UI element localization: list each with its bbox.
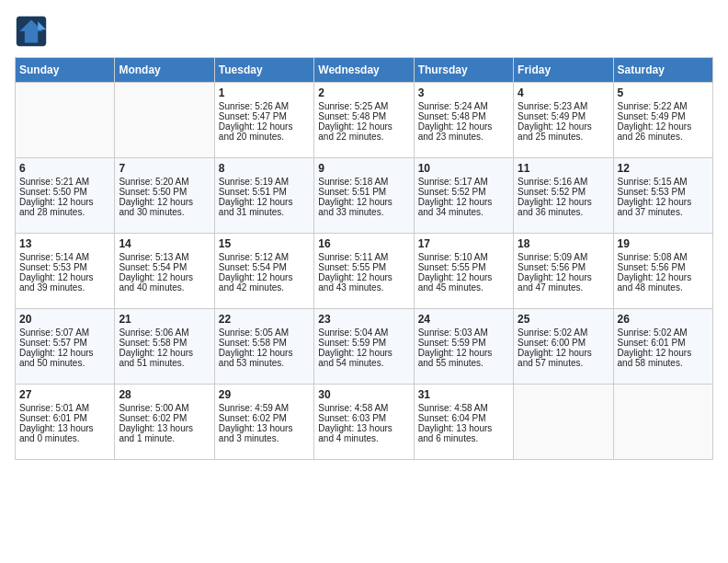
day-number: 13 bbox=[19, 237, 110, 250]
column-header-sunday: Sunday bbox=[16, 58, 115, 83]
cell-info: Sunset: 5:50 PM bbox=[119, 187, 210, 197]
cell-info: Daylight: 12 hours and 30 minutes. bbox=[119, 197, 210, 217]
cell-info: Sunrise: 5:10 AM bbox=[418, 252, 509, 262]
calendar-cell: 31Sunrise: 4:58 AMSunset: 6:04 PMDayligh… bbox=[414, 385, 513, 460]
day-number: 24 bbox=[418, 313, 509, 326]
cell-info: Daylight: 12 hours and 33 minutes. bbox=[318, 197, 409, 217]
cell-info: Daylight: 12 hours and 43 minutes. bbox=[318, 272, 409, 293]
cell-info: Sunset: 6:02 PM bbox=[219, 413, 310, 423]
calendar-cell: 1Sunrise: 5:26 AMSunset: 5:47 PMDaylight… bbox=[214, 83, 313, 158]
cell-info: Sunset: 5:56 PM bbox=[618, 262, 709, 272]
calendar-week-1: 1Sunrise: 5:26 AMSunset: 5:47 PMDaylight… bbox=[16, 83, 713, 158]
calendar-cell: 18Sunrise: 5:09 AMSunset: 5:56 PMDayligh… bbox=[514, 234, 613, 309]
cell-info: Sunrise: 5:00 AM bbox=[119, 403, 210, 413]
calendar-cell: 5Sunrise: 5:22 AMSunset: 5:49 PMDaylight… bbox=[613, 83, 712, 158]
calendar-cell: 11Sunrise: 5:16 AMSunset: 5:52 PMDayligh… bbox=[514, 158, 613, 234]
cell-info: Daylight: 12 hours and 57 minutes. bbox=[518, 348, 609, 368]
day-number: 11 bbox=[518, 162, 609, 175]
page-header bbox=[15, 15, 713, 48]
cell-info: Sunrise: 5:23 AM bbox=[518, 101, 609, 111]
calendar-cell: 12Sunrise: 5:15 AMSunset: 5:53 PMDayligh… bbox=[613, 158, 712, 234]
cell-info: Sunrise: 5:12 AM bbox=[219, 252, 310, 262]
cell-info: Sunrise: 4:59 AM bbox=[219, 403, 310, 413]
day-number: 14 bbox=[119, 237, 210, 250]
cell-info: Sunrise: 5:21 AM bbox=[19, 177, 110, 187]
day-number: 21 bbox=[119, 313, 210, 326]
calendar-week-3: 13Sunrise: 5:14 AMSunset: 5:53 PMDayligh… bbox=[16, 234, 713, 309]
calendar-week-4: 20Sunrise: 5:07 AMSunset: 5:57 PMDayligh… bbox=[16, 309, 713, 385]
cell-info: Sunset: 6:04 PM bbox=[418, 413, 509, 423]
cell-info: Daylight: 12 hours and 39 minutes. bbox=[19, 272, 110, 293]
cell-info: Sunrise: 5:15 AM bbox=[618, 177, 709, 187]
calendar-cell bbox=[514, 385, 613, 460]
cell-info: Sunset: 5:58 PM bbox=[119, 338, 210, 348]
calendar-cell: 3Sunrise: 5:24 AMSunset: 5:48 PMDaylight… bbox=[414, 83, 513, 158]
day-number: 8 bbox=[219, 162, 310, 175]
calendar-cell: 21Sunrise: 5:06 AMSunset: 5:58 PMDayligh… bbox=[115, 309, 214, 385]
day-number: 23 bbox=[318, 313, 409, 326]
column-header-saturday: Saturday bbox=[613, 58, 712, 83]
cell-info: Sunset: 5:51 PM bbox=[219, 187, 310, 197]
day-number: 19 bbox=[618, 237, 709, 250]
calendar-cell: 8Sunrise: 5:19 AMSunset: 5:51 PMDaylight… bbox=[214, 158, 313, 234]
calendar-cell: 16Sunrise: 5:11 AMSunset: 5:55 PMDayligh… bbox=[314, 234, 414, 309]
cell-info: Sunset: 5:56 PM bbox=[518, 262, 609, 272]
cell-info: Sunset: 5:48 PM bbox=[418, 111, 509, 121]
day-number: 1 bbox=[219, 86, 310, 99]
cell-info: Daylight: 12 hours and 55 minutes. bbox=[418, 348, 509, 368]
calendar-cell bbox=[613, 385, 712, 460]
calendar-cell: 28Sunrise: 5:00 AMSunset: 6:02 PMDayligh… bbox=[115, 385, 214, 460]
calendar-cell: 4Sunrise: 5:23 AMSunset: 5:49 PMDaylight… bbox=[514, 83, 613, 158]
cell-info: Sunrise: 5:11 AM bbox=[318, 252, 409, 262]
cell-info: Sunset: 5:53 PM bbox=[618, 187, 709, 197]
calendar-cell: 24Sunrise: 5:03 AMSunset: 5:59 PMDayligh… bbox=[414, 309, 513, 385]
day-number: 4 bbox=[518, 86, 609, 99]
day-number: 16 bbox=[318, 237, 409, 250]
cell-info: Sunrise: 5:02 AM bbox=[518, 327, 609, 338]
calendar-cell: 26Sunrise: 5:02 AMSunset: 6:01 PMDayligh… bbox=[613, 309, 712, 385]
cell-info: Sunrise: 5:13 AM bbox=[119, 252, 210, 262]
cell-info: Daylight: 13 hours and 6 minutes. bbox=[418, 423, 509, 443]
calendar-cell: 23Sunrise: 5:04 AMSunset: 5:59 PMDayligh… bbox=[314, 309, 414, 385]
calendar-cell: 13Sunrise: 5:14 AMSunset: 5:53 PMDayligh… bbox=[16, 234, 115, 309]
calendar-cell: 2Sunrise: 5:25 AMSunset: 5:48 PMDaylight… bbox=[314, 83, 414, 158]
day-number: 27 bbox=[19, 388, 110, 401]
cell-info: Sunset: 6:00 PM bbox=[518, 338, 609, 348]
cell-info: Daylight: 12 hours and 22 minutes. bbox=[318, 121, 409, 142]
cell-info: Daylight: 13 hours and 4 minutes. bbox=[318, 423, 409, 443]
cell-info: Daylight: 12 hours and 31 minutes. bbox=[219, 197, 310, 217]
cell-info: Daylight: 12 hours and 34 minutes. bbox=[418, 197, 509, 217]
day-number: 12 bbox=[618, 162, 709, 175]
day-number: 26 bbox=[618, 313, 709, 326]
cell-info: Sunrise: 5:18 AM bbox=[318, 177, 409, 187]
cell-info: Sunrise: 4:58 AM bbox=[418, 403, 509, 413]
calendar-cell: 25Sunrise: 5:02 AMSunset: 6:00 PMDayligh… bbox=[514, 309, 613, 385]
cell-info: Daylight: 13 hours and 0 minutes. bbox=[19, 423, 110, 443]
calendar-cell: 10Sunrise: 5:17 AMSunset: 5:52 PMDayligh… bbox=[414, 158, 513, 234]
cell-info: Sunset: 5:59 PM bbox=[418, 338, 509, 348]
calendar-cell bbox=[115, 83, 214, 158]
cell-info: Sunset: 5:48 PM bbox=[318, 111, 409, 121]
calendar-cell: 19Sunrise: 5:08 AMSunset: 5:56 PMDayligh… bbox=[613, 234, 712, 309]
cell-info: Sunset: 5:58 PM bbox=[219, 338, 310, 348]
cell-info: Sunrise: 5:09 AM bbox=[518, 252, 609, 262]
cell-info: Sunset: 6:01 PM bbox=[618, 338, 709, 348]
cell-info: Sunset: 5:54 PM bbox=[219, 262, 310, 272]
cell-info: Daylight: 12 hours and 51 minutes. bbox=[119, 348, 210, 368]
cell-info: Sunset: 5:49 PM bbox=[618, 111, 709, 121]
cell-info: Sunset: 5:54 PM bbox=[119, 262, 210, 272]
day-number: 10 bbox=[418, 162, 509, 175]
cell-info: Daylight: 12 hours and 28 minutes. bbox=[19, 197, 110, 217]
cell-info: Sunrise: 5:26 AM bbox=[219, 101, 310, 111]
cell-info: Sunrise: 5:17 AM bbox=[418, 177, 509, 187]
column-header-wednesday: Wednesday bbox=[314, 58, 414, 83]
cell-info: Sunrise: 5:02 AM bbox=[618, 327, 709, 338]
day-number: 30 bbox=[318, 388, 409, 401]
cell-info: Daylight: 12 hours and 45 minutes. bbox=[418, 272, 509, 293]
cell-info: Daylight: 12 hours and 25 minutes. bbox=[518, 121, 609, 142]
cell-info: Sunset: 5:53 PM bbox=[19, 262, 110, 272]
cell-info: Sunset: 5:52 PM bbox=[418, 187, 509, 197]
cell-info: Sunrise: 5:20 AM bbox=[119, 177, 210, 187]
cell-info: Sunset: 5:47 PM bbox=[219, 111, 310, 121]
column-header-monday: Monday bbox=[115, 58, 214, 83]
